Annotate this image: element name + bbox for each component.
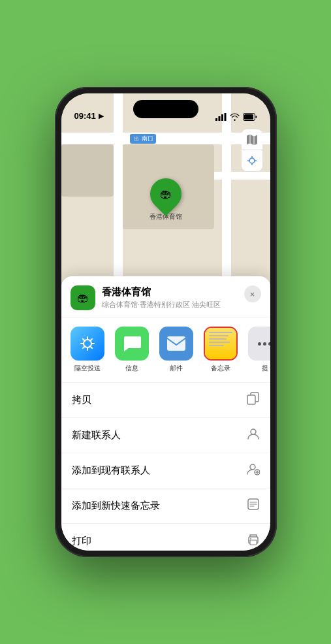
svg-rect-2 — [221, 114, 223, 121]
print-icon — [247, 533, 260, 549]
share-airdrop[interactable]: 隔空投送 — [68, 327, 107, 373]
svg-point-9 — [249, 158, 255, 163]
svg-rect-15 — [167, 336, 185, 351]
venue-subtitle: 综合体育馆·香港特别行政区 油尖旺区 — [102, 300, 261, 310]
action-new-contact[interactable]: 新建联系人 — [61, 418, 270, 453]
share-mail[interactable]: 邮件 — [157, 327, 196, 373]
quick-note-icon — [247, 498, 260, 514]
action-add-contact-label: 添加到现有联系人 — [72, 464, 150, 477]
phone-frame: 09:41 ▶ — [55, 87, 277, 557]
venue-name: 香港体育馆 — [102, 286, 261, 298]
share-notes[interactable]: 备忘录 — [201, 327, 240, 373]
bottom-sheet: 🏟 香港体育馆 综合体育馆·香港特别行政区 油尖旺区 × — [61, 276, 270, 551]
action-quick-note-label: 添加到新快速备忘录 — [72, 500, 160, 512]
map-controls — [242, 129, 262, 171]
location-arrow-icon: ▶ — [99, 112, 104, 120]
svg-rect-17 — [247, 395, 255, 404]
wifi-icon — [230, 113, 240, 121]
action-add-contact[interactable]: 添加到现有联系人 — [61, 453, 270, 489]
venue-info: 香港体育馆 综合体育馆·香港特别行政区 油尖旺区 — [102, 286, 261, 310]
svg-rect-28 — [250, 540, 257, 545]
new-contact-icon — [247, 427, 260, 443]
action-new-contact-label: 新建联系人 — [72, 429, 121, 442]
copy-icon — [247, 392, 260, 408]
battery-icon — [243, 113, 257, 121]
svg-point-18 — [251, 429, 256, 434]
svg-rect-0 — [215, 118, 217, 121]
action-print-label: 打印 — [72, 535, 91, 547]
close-button[interactable]: × — [244, 285, 261, 302]
svg-marker-6 — [247, 135, 257, 145]
phone-screen: 09:41 ▶ — [61, 93, 270, 551]
venue-icon: 🏟 — [71, 285, 95, 310]
dynamic-island — [133, 100, 198, 118]
venue-pin: 🏟 香港体育馆 — [150, 178, 182, 221]
more-icon — [248, 327, 270, 361]
share-more[interactable]: 提 — [245, 327, 270, 373]
add-contact-icon — [247, 462, 260, 479]
airdrop-icon — [71, 327, 104, 361]
action-print[interactable]: 打印 — [61, 524, 270, 551]
action-quick-note[interactable]: 添加到新快速备忘录 — [61, 489, 270, 524]
airdrop-label: 隔空投送 — [74, 364, 101, 373]
map-north-exit-label: 出 南口 — [130, 134, 156, 144]
share-message[interactable]: 信息 — [112, 327, 151, 373]
pin-circle: 🏟 — [144, 172, 188, 216]
message-label: 信息 — [125, 364, 138, 373]
map-view-button[interactable] — [242, 129, 262, 150]
svg-rect-1 — [218, 116, 220, 121]
action-copy[interactable]: 拷贝 — [61, 383, 270, 418]
status-icons — [215, 113, 257, 121]
svg-rect-3 — [224, 113, 226, 121]
action-copy-label: 拷贝 — [72, 394, 91, 406]
more-label: 提 — [262, 364, 268, 373]
signal-icon — [215, 113, 227, 121]
location-button[interactable] — [242, 150, 262, 171]
message-icon — [115, 327, 149, 361]
status-time: 09:41 ▶ — [74, 111, 104, 121]
svg-point-29 — [250, 538, 251, 539]
time-display: 09:41 — [74, 111, 96, 121]
pin-icon: 🏟 — [160, 187, 172, 201]
mail-icon — [159, 327, 193, 361]
svg-rect-5 — [244, 114, 253, 120]
svg-point-19 — [250, 464, 255, 470]
share-row: 隔空投送 信息 — [61, 317, 270, 383]
notes-icon — [204, 327, 238, 361]
notes-label: 备忘录 — [211, 364, 230, 373]
sheet-header: 🏟 香港体育馆 综合体育馆·香港特别行政区 油尖旺区 × — [61, 276, 270, 317]
action-list: 拷贝 新建联系人 — [61, 383, 270, 551]
mail-label: 邮件 — [170, 364, 183, 373]
